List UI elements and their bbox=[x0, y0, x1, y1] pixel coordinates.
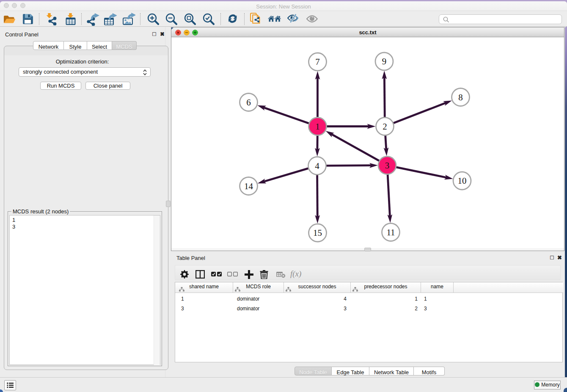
svg-text:3: 3 bbox=[385, 160, 390, 171]
svg-text:15: 15 bbox=[313, 228, 322, 238]
svg-text:7: 7 bbox=[315, 57, 320, 67]
svg-text:2: 2 bbox=[383, 121, 387, 132]
svg-text:1: 1 bbox=[315, 121, 320, 132]
svg-text:10: 10 bbox=[458, 176, 467, 186]
svg-text:6: 6 bbox=[246, 97, 251, 108]
svg-text:4: 4 bbox=[315, 161, 319, 171]
svg-text:11: 11 bbox=[386, 227, 395, 237]
svg-text:14: 14 bbox=[244, 181, 253, 191]
svg-text:9: 9 bbox=[382, 56, 387, 66]
svg-text:f(x): f(x) bbox=[290, 270, 301, 279]
svg-text:8: 8 bbox=[458, 92, 463, 102]
